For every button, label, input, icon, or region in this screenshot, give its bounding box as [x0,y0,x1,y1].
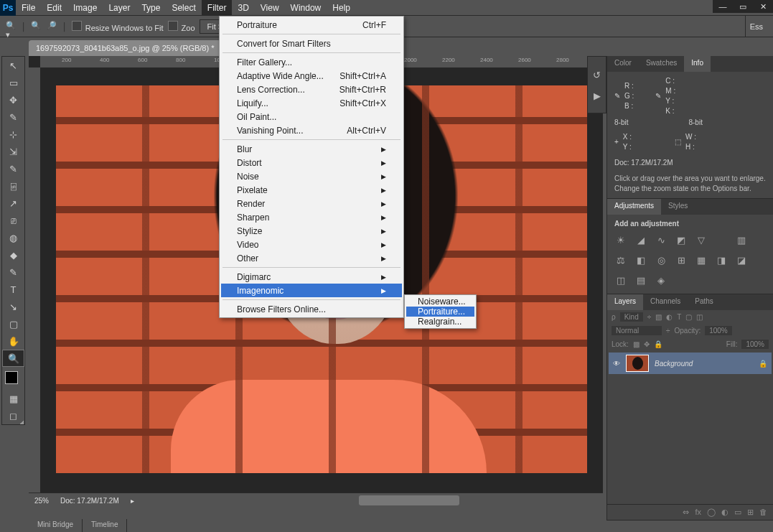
workspace-switcher[interactable]: Ess [745,16,767,37]
tab-info[interactable]: Info [684,56,711,72]
group-icon[interactable]: ▭ [734,508,741,517]
threshold-icon[interactable]: ◫ [614,274,627,286]
selective-icon[interactable]: ◈ [655,274,667,286]
curves-icon[interactable]: ∿ [655,233,667,246]
tool-5[interactable]: ⇲◢ [2,143,24,160]
menu-item-oil-paint-[interactable]: Oil Paint... [221,110,402,123]
visibility-icon[interactable]: 👁 [613,360,620,368]
menu-image[interactable]: Image [67,0,103,16]
lookup-icon[interactable]: ▦ [695,253,708,266]
menu-item-liquify-[interactable]: Liquify...Shift+Ctrl+X [221,96,402,110]
tool-9[interactable]: ⎚◢ [2,212,24,229]
tool-8[interactable]: ↗◢ [2,195,24,212]
new-fill-icon[interactable]: ◐ [721,508,729,517]
tool-1[interactable]: ▭◢ [2,74,24,91]
exposure-icon[interactable]: ◩ [675,233,688,246]
zoom-all-checkbox[interactable]: Zoo [168,21,195,32]
lock-position-icon[interactable]: ✥ [644,340,650,348]
menu-item-blur[interactable]: Blur▶ [221,142,402,156]
opacity-value[interactable]: 100% [705,326,732,335]
tool-17[interactable]: 🔍◢ [2,350,24,367]
close-button[interactable]: ✕ [753,0,773,13]
menu-file[interactable]: File [16,0,41,16]
menu-help[interactable]: Help [327,0,356,16]
document-tab[interactable]: 1697592073_8041b63a85_o.jpg @ 25% (RGB/8… [29,40,221,56]
tab-paths[interactable]: Paths [688,294,721,310]
zoom-level[interactable]: 25% [34,497,49,505]
menu-item-noise[interactable]: Noise▶ [221,169,402,183]
menu-item-vanishing-point-[interactable]: Vanishing Point...Alt+Ctrl+V [221,123,402,137]
menu-layer[interactable]: Layer [103,0,136,16]
mixer-icon[interactable]: ⊞ [675,253,688,266]
menu-item-stylize[interactable]: Stylize▶ [221,224,402,238]
tab-styles[interactable]: Styles [661,199,695,215]
layer-row[interactable]: 👁 Background 🔒 [609,353,772,374]
menu-item-digimarc[interactable]: Digimarc▶ [221,270,402,284]
invert-icon[interactable]: ◨ [715,253,728,266]
menu-item-imagenomic[interactable]: Imagenomic▶ [221,284,402,297]
menu-item-pixelate[interactable]: Pixelate▶ [221,183,402,197]
tool-15[interactable]: ▢◢ [2,315,24,332]
fill-value[interactable]: 100% [741,340,769,349]
foreground-background-swatch[interactable] [2,370,24,390]
tool-6[interactable]: ✎◢ [2,160,24,177]
hue-icon[interactable]: ▥ [735,233,748,246]
bottom-tab-timeline[interactable]: Timeline [83,519,127,532]
menu-type[interactable]: Type [136,0,166,16]
layer-filter-kind[interactable]: Kind [620,312,643,322]
filter-type-icon[interactable]: T [677,313,681,321]
tab-layers[interactable]: Layers [607,294,643,310]
tool-0[interactable]: ↖◢ [2,57,24,74]
menu-item-browse-filters-online-[interactable]: Browse Filters Online... [221,302,402,316]
filter-shape-icon[interactable]: ▢ [685,313,692,321]
tool-7[interactable]: ⍯◢ [2,177,24,195]
filter-pixel-icon[interactable]: ▧ [655,313,662,321]
minimize-button[interactable]: — [713,0,733,13]
menu-item-lens-correction-[interactable]: Lens Correction...Shift+Ctrl+R [221,83,402,96]
tab-adjustments[interactable]: Adjustments [607,199,661,215]
collapsed-panels[interactable]: ↺ ▶ [587,56,606,113]
tool-14[interactable]: ↘◢ [2,298,24,315]
trash-icon[interactable]: 🗑 [759,508,767,517]
menu-item-filter-gallery-[interactable]: Filter Gallery... [221,55,402,69]
blend-mode[interactable]: Normal [612,326,662,335]
brightness-icon[interactable]: ☀ [614,233,627,246]
menu-select[interactable]: Select [166,0,201,16]
tool-12[interactable]: ✎◢ [2,263,24,281]
tool-mode-0[interactable]: ▦ [2,390,24,407]
menu-edit[interactable]: Edit [41,0,67,16]
menu-item-adaptive-wide-angle-[interactable]: Adaptive Wide Angle...Shift+Ctrl+A [221,69,402,83]
tool-11[interactable]: ◆◢ [2,246,24,263]
menu-item-distort[interactable]: Distort▶ [221,156,402,169]
menu-view[interactable]: View [255,0,285,16]
menu-item-noiseware-[interactable]: Noiseware... [406,297,474,307]
menu-item-render[interactable]: Render▶ [221,197,402,210]
history-icon[interactable]: ↺ [593,70,601,80]
link-icon[interactable]: ⇔ [683,508,689,517]
tool-3[interactable]: ✎◢ [2,108,24,126]
menu-filter[interactable]: Filter [202,0,233,16]
tool-16[interactable]: ✋◢ [2,332,24,350]
photo-filter-icon[interactable]: ◎ [655,253,667,266]
filter-smart-icon[interactable]: ◫ [696,313,703,321]
tool-13[interactable]: T◢ [2,281,24,298]
tool-2[interactable]: ✥◢ [2,91,24,108]
bw-icon[interactable]: ◧ [634,253,647,266]
levels-icon[interactable]: ◢ [634,233,647,246]
play-icon[interactable]: ▶ [594,90,601,101]
resize-windows-checkbox[interactable]: Resize Windows to Fit [72,21,164,32]
fx-icon[interactable]: fx [695,508,701,517]
posterize-icon[interactable]: ◪ [735,253,748,266]
lock-pixels-icon[interactable]: ▩ [633,340,640,348]
menu-item-realgrain-[interactable]: Realgrain... [406,317,474,327]
menu-item-other[interactable]: Other▶ [221,251,402,265]
horizontal-scrollbar[interactable] [359,495,459,505]
lock-all-icon[interactable]: 🔒 [654,340,662,348]
bottom-tab-mini-bridge[interactable]: Mini Bridge [29,519,83,532]
menu-3d[interactable]: 3D [232,0,254,16]
mask-icon[interactable]: ◯ [707,508,716,517]
filter-adjust-icon[interactable]: ◐ [666,313,673,321]
menu-item-sharpen[interactable]: Sharpen▶ [221,210,402,224]
tool-10[interactable]: ◍◢ [2,229,24,246]
tool-4[interactable]: ⊹◢ [2,126,24,143]
